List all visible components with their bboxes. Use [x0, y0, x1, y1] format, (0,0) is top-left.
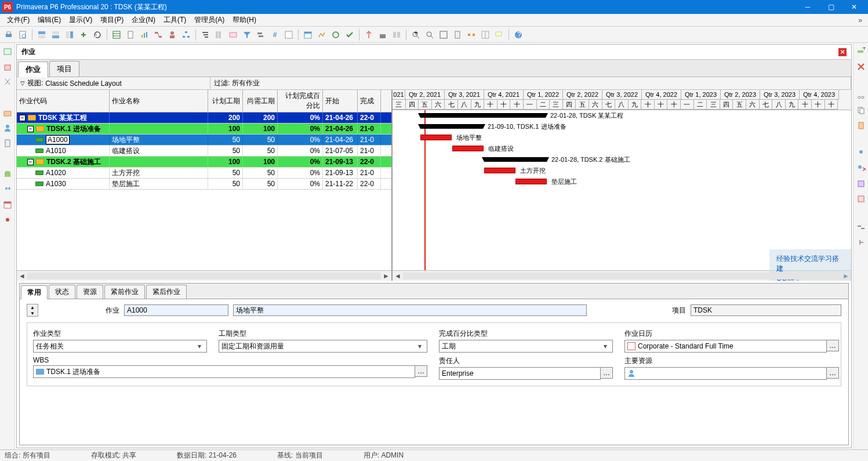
spin-buttons[interactable]: ▲▼ — [27, 304, 38, 317]
schedule-icon[interactable] — [302, 28, 314, 41]
progress-icon[interactable] — [329, 28, 342, 41]
wbs-browse-button[interactable]: … — [415, 365, 427, 377]
print-preview-icon[interactable] — [16, 28, 29, 41]
col-rem[interactable]: 尚需工期 — [243, 90, 278, 112]
network-icon[interactable] — [152, 28, 165, 41]
dtab-pred[interactable]: 紧前作业 — [104, 285, 145, 299]
dot-icon[interactable] — [2, 215, 13, 225]
view-selector[interactable]: 视图: Classic Schedule Layout — [17, 77, 210, 89]
table-row[interactable]: −TDSK.2 基础施工1001000%21-09-1322-0 — [17, 157, 391, 168]
cut-icon[interactable] — [2, 77, 13, 87]
role-icon[interactable] — [856, 179, 866, 189]
grid-hscroll[interactable]: ◄► — [17, 270, 391, 281]
help-icon[interactable]: ? — [512, 28, 525, 41]
gantt-hscroll[interactable]: ◄► — [393, 270, 851, 281]
calendar-field[interactable]: Corporate - Standard Full Time — [624, 340, 827, 353]
resource-icon[interactable] — [166, 28, 179, 41]
task-bar[interactable] — [452, 146, 484, 151]
delete-icon[interactable] — [2, 61, 13, 72]
dtab-resources[interactable]: 资源 — [77, 285, 103, 299]
table-icon[interactable] — [110, 28, 123, 41]
filter-icon[interactable] — [241, 28, 253, 41]
level-icon[interactable] — [315, 28, 328, 41]
table-row[interactable]: A1010临建搭设50500%21-07-0521-0 — [17, 146, 391, 157]
user2-icon[interactable] — [856, 148, 866, 159]
menubar-overflow-icon[interactable]: » — [856, 16, 865, 24]
zoom-in-icon[interactable]: + — [409, 28, 422, 41]
chart-icon[interactable] — [138, 28, 151, 41]
close-button[interactable]: ✕ — [842, 0, 866, 14]
dtab-succ[interactable]: 紧后作业 — [146, 285, 187, 299]
add-icon[interactable] — [2, 46, 13, 57]
link-icon[interactable] — [77, 28, 90, 41]
activity-type-select[interactable]: 任务相关▾ — [33, 340, 207, 353]
layout-bottom-icon[interactable] — [49, 28, 62, 41]
table-row[interactable]: A1020土方开挖50500%21-09-1321-0 — [17, 168, 391, 179]
menu-edit[interactable]: 编辑(E) — [34, 14, 64, 26]
panel-close-icon[interactable]: ✕ — [838, 48, 847, 56]
add-activity-icon[interactable]: + — [856, 46, 866, 57]
minimize-button[interactable]: ─ — [796, 0, 819, 14]
split-icon[interactable] — [390, 28, 403, 41]
clipboard-icon[interactable] — [2, 138, 13, 148]
col-finish[interactable]: 完成 — [358, 90, 381, 112]
maximize-button[interactable]: ▢ — [819, 0, 842, 14]
menu-project[interactable]: 项目(P) — [97, 14, 127, 26]
menu-admin[interactable]: 管理员(A) — [191, 14, 228, 26]
menu-enterprise[interactable]: 企业(N) — [128, 14, 159, 26]
task-bar[interactable] — [420, 135, 452, 140]
users-icon[interactable] — [2, 184, 13, 195]
calendar-browse-button[interactable]: … — [826, 340, 839, 351]
zoom-out-icon[interactable] — [423, 28, 436, 41]
filter-display[interactable]: 过滤: 所有作业 — [210, 77, 851, 89]
page-icon[interactable] — [451, 28, 464, 41]
pct-type-select[interactable]: 工期▾ — [439, 340, 613, 353]
dtab-general[interactable]: 常用 — [21, 285, 48, 299]
task-bar[interactable] — [515, 179, 547, 184]
primary-res-field[interactable] — [624, 367, 827, 380]
primary-res-browse-button[interactable]: … — [826, 367, 839, 379]
folder-icon[interactable] — [2, 108, 13, 118]
activity-name-field[interactable]: 场地平整 — [233, 304, 587, 316]
expand-icon[interactable] — [465, 28, 478, 41]
layout-top-icon[interactable] — [35, 28, 48, 41]
col-start[interactable]: 开始 — [323, 90, 358, 112]
calendar-left-icon[interactable] — [2, 199, 13, 210]
layout-right-icon[interactable] — [63, 28, 76, 41]
user-x-icon[interactable]: ✕ — [856, 164, 866, 174]
task-bar[interactable] — [484, 168, 515, 173]
dtab-status[interactable]: 状态 — [49, 285, 75, 299]
gantt-bars-area[interactable]: 经验技术交流学习搭建 QQ群：718195723 22-01-28, TDSK … — [393, 110, 851, 270]
activity-id-field[interactable]: A1000 — [124, 304, 228, 316]
paste-icon[interactable] — [856, 120, 866, 130]
menu-view[interactable]: 显示(V) — [66, 14, 96, 26]
user-icon[interactable] — [2, 123, 13, 133]
collapse-icon[interactable] — [479, 28, 492, 41]
table-row[interactable]: −TDSK 某某工程2002000%21-04-2622-0 — [17, 112, 391, 124]
print-icon[interactable] — [2, 28, 15, 41]
tooltip-icon[interactable] — [493, 28, 506, 41]
code-icon[interactable] — [856, 194, 866, 204]
summary-bar[interactable] — [420, 124, 483, 129]
table-row[interactable]: −TDSK.1 进场准备1001000%21-04-2621-0 — [17, 124, 391, 135]
document-icon[interactable] — [124, 28, 137, 41]
group-icon[interactable] — [199, 28, 212, 41]
table-row[interactable]: A1030垫层施工50500%21-11-2222-0 — [17, 179, 391, 190]
manager-browse-button[interactable]: … — [600, 367, 613, 379]
menu-file[interactable]: 文件(F) — [3, 14, 33, 26]
col-orig[interactable]: 计划工期 — [208, 90, 243, 112]
bars-icon[interactable] — [255, 28, 267, 41]
timescale-icon[interactable] — [227, 28, 239, 41]
zoom-fit-icon[interactable] — [437, 28, 450, 41]
timeline-header[interactable]: 021Qtr 2, 2021Qtr 3, 2021Qtr 4, 2021Qtr … — [393, 90, 851, 110]
menu-help[interactable]: 帮助(H) — [229, 14, 260, 26]
duration-type-select[interactable]: 固定工期和资源用量▾ — [219, 340, 427, 353]
cut2-icon[interactable] — [856, 90, 866, 100]
copy-icon[interactable] — [856, 105, 866, 115]
store-icon[interactable] — [376, 28, 389, 41]
tab-activities[interactable]: 作业 — [18, 61, 48, 77]
delete-activity-icon[interactable] — [856, 61, 866, 72]
check-icon[interactable] — [343, 28, 356, 41]
table-row[interactable]: A1000场地平整50500%21-04-2621-0 — [17, 135, 391, 146]
wbs-icon[interactable] — [180, 28, 193, 41]
